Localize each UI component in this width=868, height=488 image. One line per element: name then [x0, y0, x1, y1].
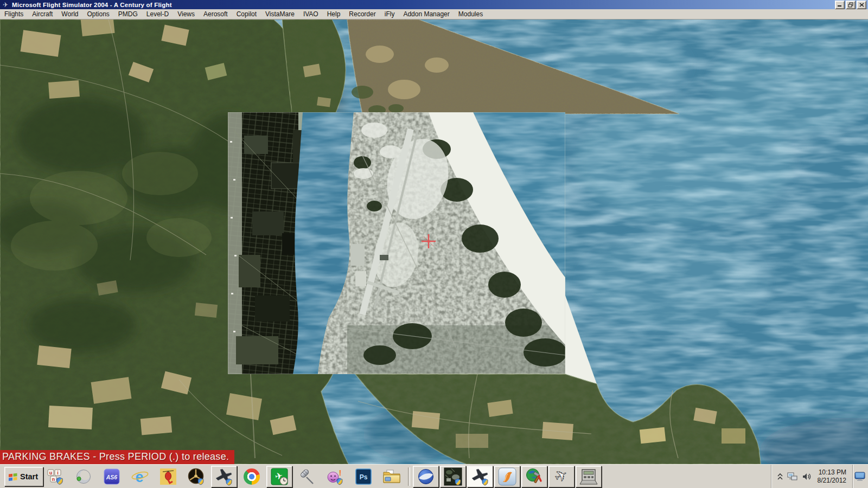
svg-text:✈: ✈	[552, 467, 571, 486]
messenger-face-icon: !	[327, 468, 344, 485]
start-label: Start	[20, 472, 38, 481]
menu-aerosoft[interactable]: Aerosoft	[199, 10, 232, 18]
menu-world[interactable]: World	[57, 10, 82, 18]
menu-copilot[interactable]: Copilot	[232, 10, 261, 18]
volume-icon[interactable]	[802, 472, 812, 481]
menu-ifly[interactable]: iFly	[380, 10, 399, 18]
menu-vistamare[interactable]: VistaMare	[261, 10, 299, 18]
quicklaunch-propeller-gauge[interactable]	[187, 467, 206, 486]
menu-flights[interactable]: Flights	[0, 10, 28, 18]
svg-text:Ps: Ps	[360, 473, 368, 481]
taskbar-button-google-earth[interactable]	[413, 466, 439, 487]
close-icon[interactable]	[857, 1, 866, 9]
taskbar: Start u i n AS6 e	[0, 464, 868, 488]
quicklaunch-activesky[interactable]: AS6	[102, 467, 122, 486]
google-earth-icon	[417, 468, 435, 485]
svg-text:e: e	[136, 469, 144, 485]
start-button[interactable]: Start	[4, 467, 43, 486]
menu-bar: Flights Aircraft World Options PMDG Leve…	[0, 9, 868, 20]
microphone-icon	[298, 467, 316, 486]
svg-text:i: i	[57, 470, 59, 476]
satellite-imagery-icon	[444, 467, 462, 486]
quicklaunch-chrome[interactable]	[242, 467, 261, 486]
taskbar-button-scenery-tools[interactable]	[521, 466, 547, 487]
taskbar-button-panel[interactable]	[576, 466, 602, 487]
fs9-airplane-shield-icon	[471, 467, 489, 486]
windows-logo-icon	[8, 472, 18, 481]
menu-options[interactable]: Options	[82, 10, 113, 18]
taskbar-button-route-map[interactable]	[494, 466, 520, 487]
internet-explorer-icon: e	[131, 468, 149, 485]
svg-text:✈: ✈	[3, 1, 8, 8]
menu-views[interactable]: Views	[173, 10, 199, 18]
menu-help[interactable]: Help	[323, 10, 345, 18]
globe-tools-icon	[525, 467, 544, 486]
white-jet-icon: ✈	[552, 467, 571, 486]
svg-text:u: u	[49, 470, 53, 476]
dark-airplane-shield-icon	[215, 467, 233, 486]
quicklaunch-messenger[interactable]: !	[326, 467, 345, 486]
menu-modules[interactable]: Modules	[454, 10, 487, 18]
tray-date: 8/21/2012	[818, 477, 846, 485]
svg-text:n: n	[52, 477, 55, 482]
menu-ivao[interactable]: IVAO	[299, 10, 323, 18]
taskbar-button-jet[interactable]: ✈	[548, 466, 575, 487]
orange-route-icon	[498, 467, 516, 486]
quicklaunch-helicopter[interactable]	[158, 467, 178, 486]
photoshop-ps-icon: Ps	[355, 468, 372, 485]
svg-text:AS6: AS6	[106, 473, 118, 480]
svg-text:!: !	[339, 468, 342, 477]
system-tray: 10:13 PM 8/21/2012	[771, 465, 867, 488]
quicklaunch-microphone[interactable]	[297, 467, 317, 486]
quicklaunch-photoshop[interactable]: Ps	[354, 467, 373, 486]
taskbar-button-satellite-imagery[interactable]	[440, 466, 466, 487]
chrome-icon	[244, 468, 260, 485]
menu-aircraft[interactable]: Aircraft	[28, 10, 57, 18]
satellite-map-view[interactable]	[0, 20, 868, 464]
taskbar-divider	[408, 467, 410, 486]
quicklaunch-file-manager[interactable]	[382, 467, 401, 486]
instrument-panel-icon	[579, 467, 598, 486]
menu-level-d[interactable]: Level-D	[142, 10, 173, 18]
taskbar-button-flightsim-active[interactable]	[467, 466, 493, 487]
network-icon[interactable]	[787, 472, 798, 481]
helicopter-icon	[160, 468, 176, 485]
propeller-gauge-icon	[188, 468, 205, 485]
folder-icon	[382, 468, 401, 485]
quicklaunch-input-keys[interactable]: u i n	[46, 467, 65, 486]
activesky-as6-icon: AS6	[104, 468, 120, 485]
window-controls	[835, 1, 866, 9]
hidden-icons-chevron[interactable]	[777, 472, 783, 481]
input-method-keys-icon: u i n	[47, 468, 64, 485]
tray-clock[interactable]: 10:13 PM 8/21/2012	[818, 468, 846, 484]
parking-brakes-message: PARKING BRAKES - Press PERIOD (.) to rel…	[0, 450, 234, 464]
simulator-viewport	[0, 20, 868, 464]
taskbar-button-flightsim[interactable]	[211, 466, 237, 487]
teamspeak-icon	[75, 468, 92, 485]
restore-icon[interactable]	[846, 1, 856, 9]
menu-addon-manager[interactable]: Addon Manager	[399, 10, 454, 18]
minimize-icon[interactable]	[835, 1, 845, 9]
quicklaunch-teamspeak[interactable]	[74, 467, 93, 486]
tray-time: 10:13 PM	[818, 468, 846, 477]
app-airplane-icon: ✈	[2, 1, 10, 8]
show-desktop-button[interactable]	[852, 465, 867, 488]
taskbar-button-fs-realtime[interactable]: ✈	[266, 466, 292, 487]
menu-pmdg[interactable]: PMDG	[114, 10, 142, 18]
menu-recorder[interactable]: Recorder	[344, 10, 380, 18]
show-desktop-icon	[854, 472, 865, 481]
quicklaunch-internet-explorer[interactable]: e	[130, 467, 150, 486]
window-title: Microsoft Flight Simulator 2004 - A Cent…	[12, 2, 172, 8]
window-titlebar: ✈ Microsoft Flight Simulator 2004 - A Ce…	[0, 0, 868, 9]
photoreal-inset	[228, 112, 567, 374]
green-airplane-clock-icon: ✈	[271, 468, 288, 485]
